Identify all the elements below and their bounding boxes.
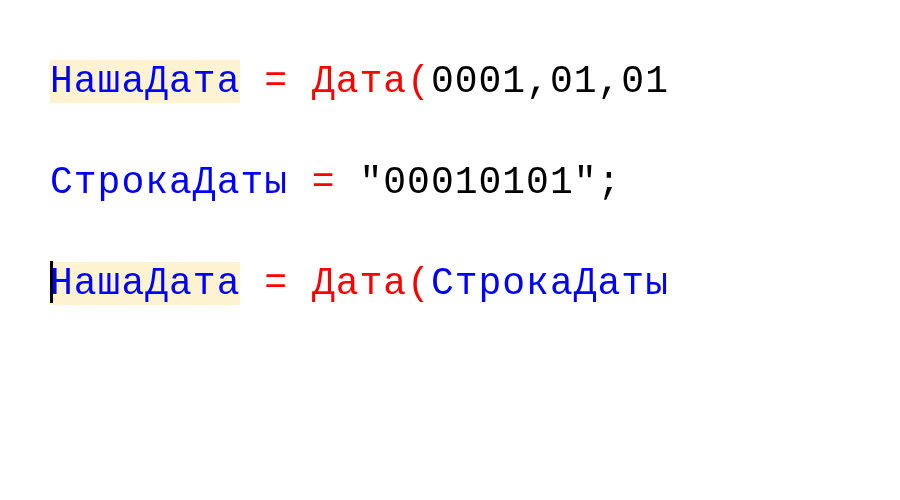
equals-operator: =	[312, 161, 336, 204]
variable-nashadata: НашаДата	[50, 262, 240, 305]
variable-arg-strokadaty: СтрокаДаты	[431, 262, 669, 305]
equals-operator: =	[264, 262, 288, 305]
arg-year: 0001	[431, 60, 526, 103]
comma: ,	[526, 60, 550, 103]
semicolon: ;	[598, 161, 622, 204]
function-data: Дата	[312, 262, 407, 305]
string-literal: "00010101"	[359, 161, 597, 204]
left-paren: (	[407, 262, 431, 305]
left-paren: (	[407, 60, 431, 103]
variable-nashadata: НашаДата	[50, 60, 240, 103]
equals-operator: =	[264, 60, 288, 103]
arg-day: 01	[621, 60, 669, 103]
text-cursor	[50, 261, 53, 303]
function-data: Дата	[312, 60, 407, 103]
code-line-3[interactable]: НашаДата = Дата(СтрокаДаты	[50, 262, 850, 305]
variable-strokadaty: СтрокаДаты	[50, 161, 288, 204]
code-line-1[interactable]: НашаДата = Дата(0001,01,01	[50, 60, 850, 103]
comma: ,	[598, 60, 622, 103]
arg-month: 01	[550, 60, 598, 103]
code-line-2[interactable]: СтрокаДаты = "00010101";	[50, 161, 850, 204]
